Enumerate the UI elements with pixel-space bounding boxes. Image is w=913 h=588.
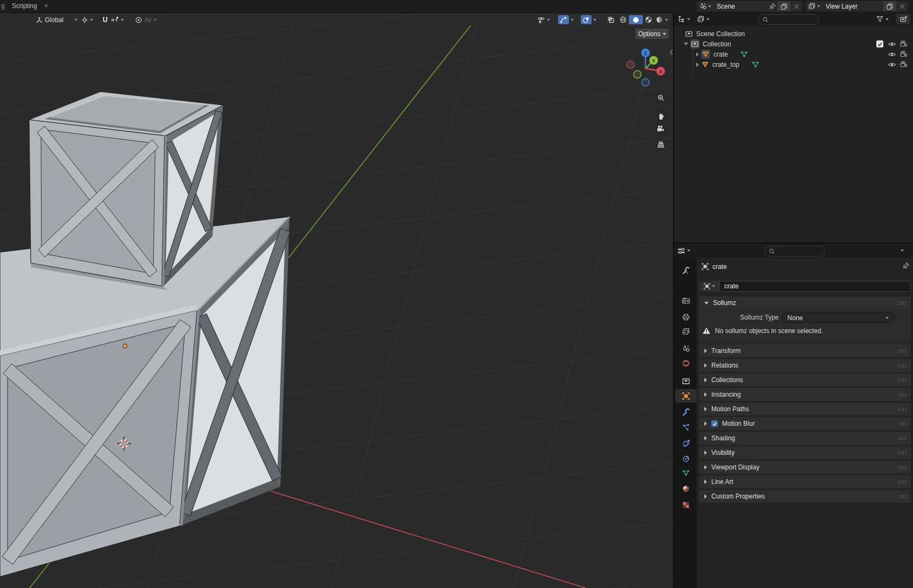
tab-constraints[interactable] (676, 452, 696, 465)
panel-collections[interactable]: Collections (699, 373, 911, 386)
outliner-search-input[interactable] (758, 14, 819, 25)
panel-grip[interactable] (898, 437, 907, 440)
viewport-3d[interactable] (0, 12, 674, 588)
outliner-display-mode-button[interactable] (697, 14, 710, 24)
snap-with-dropdown[interactable] (111, 16, 124, 24)
panel-grip[interactable] (898, 393, 907, 397)
show-overlays-toggle[interactable] (581, 15, 592, 24)
pin-scene-button[interactable] (767, 1, 778, 11)
panel-motion-blur[interactable]: Motion Blur (699, 417, 911, 430)
falloff-dropdown[interactable] (144, 16, 157, 24)
shading-rendered-button[interactable] (654, 16, 664, 24)
sollumz-panel-header[interactable]: Sollumz (699, 296, 911, 309)
tab-modifiers[interactable] (676, 405, 696, 419)
toggle-perspective-button[interactable] (654, 138, 667, 151)
tab-tool[interactable] (676, 264, 696, 277)
shading-material-button[interactable] (643, 16, 654, 24)
motion-blur-checkbox[interactable] (711, 420, 718, 427)
outliner-filter-button[interactable] (876, 14, 889, 24)
tab-particles[interactable] (676, 420, 696, 434)
panel-viewport-display[interactable]: Viewport Display (699, 461, 911, 474)
panel-visibility[interactable]: Visibility (699, 446, 911, 459)
tab-material[interactable] (676, 482, 696, 495)
workspace-tab-fragment[interactable]: g (1, 2, 5, 10)
outliner-editor-type-button[interactable] (677, 14, 690, 24)
hide-in-viewport-toggle[interactable] (888, 51, 896, 58)
view-layer-name[interactable]: View Layer (822, 3, 883, 10)
tab-view-layer[interactable] (676, 324, 696, 338)
panel-grip[interactable] (898, 451, 907, 455)
object-name-input[interactable]: crate (719, 281, 911, 292)
tab-object-data[interactable] (676, 466, 696, 480)
new-collection-button[interactable] (896, 14, 910, 24)
gizmo-minus-y-axis[interactable] (634, 71, 641, 78)
panel-instancing[interactable]: Instancing (699, 388, 911, 401)
add-workspace-button[interactable]: + (44, 2, 48, 10)
hide-in-viewport-toggle[interactable] (888, 61, 896, 68)
panel-grip[interactable] (898, 480, 907, 484)
outliner-row-collection[interactable]: Collection (674, 39, 913, 49)
proportional-editing-toggle[interactable] (135, 16, 142, 24)
panel-relations[interactable]: Relations (699, 359, 911, 372)
panel-custom-properties[interactable]: Custom Properties (699, 490, 911, 503)
zoom-view-button[interactable] (654, 91, 667, 104)
pan-view-button[interactable] (654, 109, 667, 122)
scene-name[interactable]: Scene (713, 3, 767, 10)
panel-grip[interactable] (898, 378, 907, 382)
view-layer-browse-button[interactable] (806, 1, 822, 11)
pin-id-button[interactable] (902, 262, 910, 270)
remove-view-layer-button[interactable] (896, 1, 908, 11)
show-gizmos-toggle[interactable] (558, 15, 569, 24)
snap-toggle-button[interactable] (101, 16, 109, 24)
disable-in-renders-toggle[interactable] (900, 40, 908, 47)
outliner-row-scene-collection[interactable]: Scene Collection (674, 29, 913, 39)
panel-grip[interactable] (898, 364, 907, 368)
properties-options-chevron[interactable] (901, 250, 904, 252)
gizmo-minus-z-axis[interactable] (642, 79, 649, 86)
tab-scene[interactable] (676, 342, 696, 355)
object-id-browse-button[interactable] (699, 281, 719, 292)
hide-in-viewport-toggle[interactable] (888, 40, 896, 48)
panel-grip[interactable] (898, 349, 907, 353)
disable-in-renders-toggle[interactable] (900, 61, 908, 68)
show-object-types-dropdown[interactable] (535, 14, 559, 25)
expand-icon[interactable] (684, 43, 688, 45)
workspace-tab-scripting[interactable]: Scripting (12, 2, 37, 10)
options-button[interactable]: Options (635, 29, 669, 39)
tab-texture[interactable] (676, 498, 696, 511)
expand-icon[interactable] (696, 52, 699, 57)
tab-collection[interactable] (676, 374, 696, 388)
delete-scene-button[interactable] (791, 1, 802, 11)
panel-motion-paths[interactable]: Motion Paths (699, 403, 911, 416)
properties-search-input[interactable] (765, 246, 825, 257)
tab-object-active[interactable] (675, 389, 697, 403)
tab-render[interactable] (676, 294, 696, 307)
new-scene-button[interactable] (778, 1, 791, 11)
shading-wireframe-button[interactable] (618, 16, 628, 24)
collection-exclude-checkbox[interactable] (876, 40, 883, 47)
panel-shading[interactable]: Shading (699, 432, 911, 445)
panel-grip[interactable] (898, 407, 907, 411)
properties-editor-type-button[interactable] (677, 246, 690, 255)
transform-orientation-dropdown[interactable]: Global (33, 14, 80, 25)
tab-world[interactable] (676, 356, 696, 370)
scene-browse-button[interactable] (697, 1, 713, 11)
shading-solid-button[interactable] (629, 15, 643, 24)
panel-grip[interactable] (898, 495, 907, 499)
outliner-row-crate-top[interactable]: crate_top (674, 59, 913, 70)
gizmo-minus-x-axis[interactable] (627, 61, 634, 68)
camera-view-button[interactable] (654, 122, 667, 135)
snap-target-dropdown[interactable] (79, 14, 100, 25)
outliner-row-crate[interactable]: crate (674, 49, 913, 59)
expand-icon[interactable] (696, 63, 699, 67)
panel-line-art[interactable]: Line Art (699, 475, 911, 488)
disable-in-renders-toggle[interactable] (900, 51, 908, 58)
panel-grip[interactable] (898, 422, 907, 426)
navigation-gizmo[interactable]: Z Y X (620, 40, 674, 94)
tab-physics[interactable] (676, 436, 696, 449)
sollumz-type-dropdown[interactable]: None (782, 313, 894, 323)
panel-grip[interactable] (898, 301, 907, 305)
new-view-layer-button[interactable] (883, 1, 896, 11)
tab-output[interactable] (676, 310, 696, 323)
panel-transform[interactable]: Transform (699, 344, 911, 357)
